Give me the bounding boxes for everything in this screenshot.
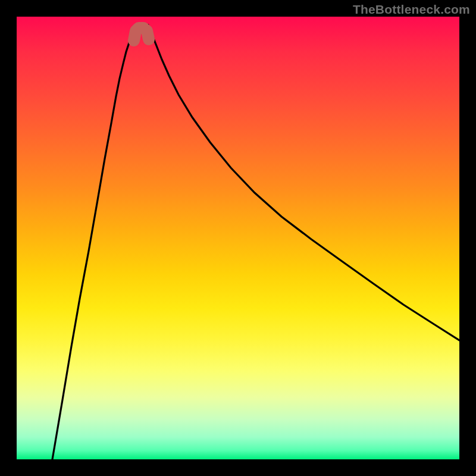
curve-dip-marker: [134, 28, 149, 40]
curve-right: [148, 25, 459, 340]
plot-area: [17, 17, 459, 459]
chart-frame: TheBottleneck.com: [0, 0, 476, 476]
chart-svg: [17, 17, 459, 459]
curve-left: [52, 25, 136, 459]
watermark-text: TheBottleneck.com: [353, 2, 470, 17]
